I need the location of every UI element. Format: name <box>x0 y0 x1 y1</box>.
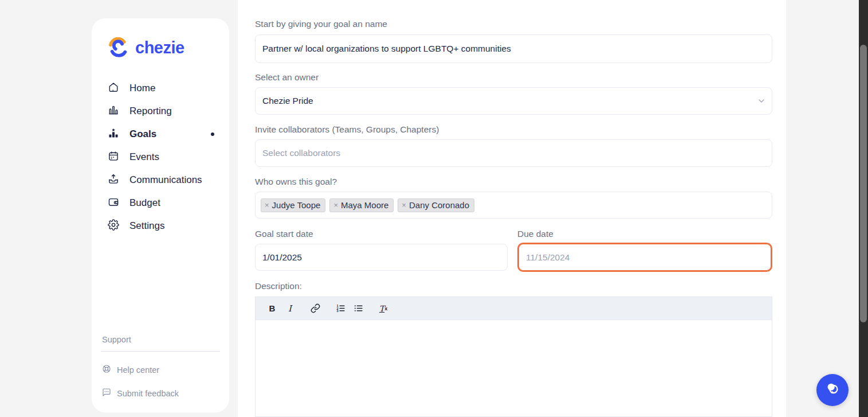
description-editor[interactable] <box>255 319 772 417</box>
collaborators-label: Invite collaborators (Teams, Groups, Cha… <box>255 124 439 135</box>
svg-text:3: 3 <box>336 309 338 313</box>
help-center-link[interactable]: Help center <box>101 364 220 375</box>
owner-tag: × Maya Moore <box>329 198 394 212</box>
bold-button[interactable]: B <box>265 301 280 316</box>
support-section: Support Help center Submit feedback <box>92 335 229 399</box>
sidebar-item-goals[interactable]: Goals <box>92 123 229 146</box>
calendar-icon <box>108 150 119 165</box>
chat-widget-button[interactable] <box>816 374 849 406</box>
collaborators-input[interactable] <box>255 139 772 167</box>
due-date-input[interactable] <box>517 243 772 272</box>
sidebar-item-label: Communications <box>129 174 202 186</box>
support-title: Support <box>101 335 220 352</box>
owner-tag: × Dany Coronado <box>398 198 474 212</box>
remove-tag-icon[interactable]: × <box>402 201 406 209</box>
chevron-down-icon <box>757 96 766 108</box>
sidebar-item-events[interactable]: Events <box>92 146 229 169</box>
sidebar-item-label: Goals <box>129 128 156 140</box>
sidebar-item-communications[interactable]: Communications <box>92 169 229 192</box>
sidebar-nav: Home Reporting <box>92 77 229 237</box>
sidebar-item-label: Home <box>129 83 155 94</box>
chezie-logo-icon <box>107 34 131 61</box>
start-date-label: Goal start date <box>255 229 313 239</box>
link-button[interactable] <box>308 301 323 316</box>
start-date-input[interactable] <box>255 244 508 271</box>
wallet-icon <box>108 196 119 211</box>
gear-icon <box>108 219 119 233</box>
due-date-label: Due date <box>517 229 553 239</box>
goal-name-input[interactable] <box>255 34 772 63</box>
sidebar-item-label: Budget <box>129 197 160 209</box>
bar-chart-icon <box>108 104 119 119</box>
clear-formatting-button[interactable]: Tx <box>376 301 391 316</box>
tag-label: Dany Coronado <box>409 200 469 210</box>
sidebar-item-label: Events <box>129 151 159 163</box>
sidebar-item-budget[interactable]: Budget <box>92 192 229 215</box>
active-dot <box>211 132 214 136</box>
tag-label: Judye Toope <box>272 200 321 210</box>
brand-logo[interactable]: chezie <box>92 30 229 61</box>
bullet-list-button[interactable] <box>351 301 366 316</box>
goal-owners-tag-box[interactable]: × Judye Toope × Maya Moore × Dany Corona… <box>255 192 772 219</box>
brand-name: chezie <box>135 38 184 57</box>
sidebar-item-home[interactable]: Home <box>92 77 229 100</box>
sidebar-item-label: Settings <box>129 220 164 232</box>
submit-feedback-link[interactable]: Submit feedback <box>101 388 220 399</box>
owner-tag: × Judye Toope <box>261 198 325 212</box>
owner-label: Select an owner <box>255 72 319 83</box>
owner-select[interactable]: Chezie Pride <box>255 87 772 115</box>
ordered-list-button[interactable]: 1 2 3 <box>333 301 348 316</box>
description-label: Description: <box>255 281 302 291</box>
tag-label: Maya Moore <box>341 200 388 210</box>
inbox-share-icon <box>108 173 119 188</box>
scrollbar-track[interactable] <box>859 0 868 417</box>
feedback-message-icon <box>102 388 111 399</box>
description-toolbar: B I 1 2 3 <box>255 297 772 319</box>
goal-form: Start by giving your goal an name Select… <box>255 0 772 417</box>
sidebar-item-label: Reporting <box>129 106 172 117</box>
life-buoy-icon <box>102 364 111 375</box>
submit-feedback-label: Submit feedback <box>117 389 179 398</box>
home-icon <box>108 81 119 96</box>
sidebar: chezie Home Reporting <box>92 18 229 412</box>
help-center-label: Help center <box>117 365 159 375</box>
goal-owners-label: Who owns this goal? <box>255 177 337 187</box>
sidebar-item-settings[interactable]: Settings <box>92 215 229 237</box>
chat-bubbles-icon <box>824 380 841 400</box>
remove-tag-icon[interactable]: × <box>333 201 338 209</box>
goals-podium-icon <box>108 127 119 142</box>
remove-tag-icon[interactable]: × <box>265 201 269 209</box>
main-content: Start by giving your goal an name Select… <box>238 0 786 417</box>
sidebar-item-reporting[interactable]: Reporting <box>92 100 229 123</box>
scrollbar-thumb[interactable] <box>860 45 867 322</box>
owner-selected-value: Chezie Pride <box>262 96 313 106</box>
goal-name-label: Start by giving your goal an name <box>255 19 387 29</box>
italic-button[interactable]: I <box>282 301 297 316</box>
